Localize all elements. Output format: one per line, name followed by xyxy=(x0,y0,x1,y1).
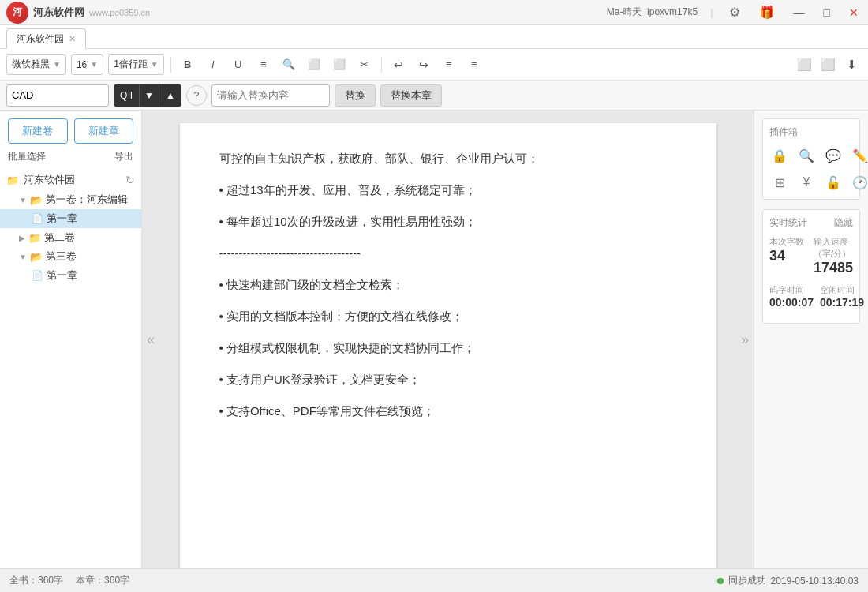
typing-time-cell: 码字时间 00:00:07 xyxy=(769,284,814,309)
view-icon-1[interactable]: ⬜ xyxy=(794,54,814,75)
sync-status: 同步成功 xyxy=(728,574,766,587)
line-height-select[interactable]: 1倍行距 ▼ xyxy=(108,54,164,75)
plugin-edit-icon[interactable]: ✏️ xyxy=(850,145,868,166)
paragraph-7: • 分组模式权限机制，实现快捷的文档协同工作； xyxy=(219,336,677,360)
plugin-lock-icon[interactable]: 🔒 xyxy=(769,145,790,166)
export-button[interactable]: 导出 xyxy=(114,150,133,163)
nav-right-button[interactable]: » xyxy=(741,332,749,348)
tree-root-label: 河东软件园 xyxy=(24,173,75,187)
font-family-select[interactable]: 微软雅黑 ▼ xyxy=(6,54,66,75)
folder-icon: 📂 xyxy=(30,251,43,263)
tree-root-hedong[interactable]: 📁 河东软件园 ↻ xyxy=(0,170,141,190)
chapter-words: 本章：360字 xyxy=(76,574,129,587)
user-info: Ma-晴天_ipoxvm17k5 xyxy=(607,6,698,19)
toolbar-separator-2 xyxy=(381,57,382,73)
bold-button[interactable]: B xyxy=(178,54,198,75)
titlebar-right: Ma-晴天_ipoxvm17k5 | ⚙ 🎁 — □ ✕ xyxy=(607,5,862,20)
download-button[interactable]: ⬇ xyxy=(841,54,862,75)
insert-box-button[interactable]: ⬜ xyxy=(304,54,324,75)
stats-row-2: 码字时间 00:00:07 空闲时间 00:17:19 xyxy=(769,284,853,309)
minimize-button[interactable]: — xyxy=(791,6,808,19)
batch-select-button[interactable]: 批量选择 xyxy=(8,150,46,163)
hide-stats-button[interactable]: 隐藏 xyxy=(834,216,853,230)
italic-button[interactable]: I xyxy=(203,54,223,75)
search-input[interactable] xyxy=(6,84,109,107)
plugin-clock-icon[interactable]: 🕐 xyxy=(850,172,868,193)
paragraph-6: • 实用的文档版本控制；方便的文档在线修改； xyxy=(219,305,677,328)
input-speed-value: 17485 xyxy=(814,260,853,276)
strikethrough-button[interactable]: ≡ xyxy=(253,54,274,75)
search-dropdown-button[interactable]: ▼ xyxy=(140,84,159,107)
plugin-search-icon[interactable]: 🔍 xyxy=(796,145,817,166)
sidebar-buttons: 新建卷 新建章 xyxy=(0,111,141,150)
paragraph-1: 可控的自主知识产权，获政府、部队、银行、企业用户认可； xyxy=(219,147,677,170)
replace-button[interactable]: 替换 xyxy=(335,84,376,107)
font-size-select[interactable]: 16 ▼ xyxy=(71,54,103,75)
paragraph-3: • 每年超过10次的升级改进，实用性易用性强劲； xyxy=(219,210,677,234)
undo-button[interactable]: ↩ xyxy=(388,54,409,75)
tab-close-icon[interactable]: ✕ xyxy=(69,34,76,44)
tree-volume-3[interactable]: ▼ 📂 第三卷 xyxy=(0,247,141,266)
cut-button[interactable]: ✂ xyxy=(354,54,375,75)
chevron-down-icon-v3: ▼ xyxy=(19,253,27,261)
search-button[interactable]: 🔍 xyxy=(279,54,299,75)
word-count-cell: 本次字数 34 xyxy=(769,236,807,276)
total-words: 全书：360字 xyxy=(9,574,63,587)
tree-volume-1[interactable]: ▼ 📂 第一卷：河东编辑 xyxy=(0,190,141,209)
tabbar: 河东软件园 ✕ xyxy=(0,25,868,49)
stats-header: 实时统计 隐藏 xyxy=(769,216,853,230)
redo-button[interactable]: ↪ xyxy=(413,54,434,75)
view-icon-2[interactable]: ⬜ xyxy=(817,54,838,75)
right-panel: 插件箱 🔒 🔍 💬 ✏️ ⊞ ¥ 🔓 🕐 实时统计 隐藏 本次字数 34 xyxy=(754,111,868,568)
tree-chapter-1-vol3[interactable]: 📄 第一章 xyxy=(0,266,141,285)
settings-icon[interactable]: ⚙ xyxy=(726,5,743,20)
plugin-chat-icon[interactable]: 💬 xyxy=(823,145,844,166)
idle-time-cell: 空闲时间 00:17:19 xyxy=(820,284,864,309)
font-family-arrow: ▼ xyxy=(53,60,61,69)
tab-hedong[interactable]: 河东软件园 ✕ xyxy=(6,28,86,49)
doc-icon-v3: 📄 xyxy=(32,270,43,281)
plugin-icons: 🔒 🔍 💬 ✏️ ⊞ ¥ 🔓 🕐 xyxy=(769,145,853,193)
refresh-icon[interactable]: ↻ xyxy=(125,174,135,186)
stats-box: 实时统计 隐藏 本次字数 34 输入速度（字/分） 17485 码字时间 00:… xyxy=(762,209,860,324)
tab-label: 河东软件园 xyxy=(17,32,64,46)
plugin-box: 插件箱 🔒 🔍 💬 ✏️ ⊞ ¥ 🔓 🕐 xyxy=(762,118,860,200)
app-logo: 河 xyxy=(6,2,28,24)
nav-left-button[interactable]: « xyxy=(147,332,155,348)
plugin-unlock-icon[interactable]: 🔓 xyxy=(823,172,844,193)
watermark: www.pc0359.cn xyxy=(89,8,150,17)
tree-volume-1-label: 第一卷：河东编辑 xyxy=(46,193,128,207)
help-button[interactable]: ? xyxy=(186,85,207,106)
toolbar-separator-1 xyxy=(170,57,171,73)
sync-status-area: 同步成功 2019-05-10 13:40:03 xyxy=(717,574,859,587)
new-chapter-button[interactable]: 新建章 xyxy=(74,118,134,144)
document-page[interactable]: 可控的自主知识产权，获政府、部队、银行、企业用户认可； • 超过13年的开发、应… xyxy=(180,123,716,568)
list-button[interactable]: ≡ xyxy=(439,54,459,75)
folder-icon: 📁 xyxy=(28,232,41,244)
replace-chapter-button[interactable]: 替换本章 xyxy=(380,84,442,107)
toolbar-right-icons: ⬜ ⬜ ⬇ xyxy=(794,54,862,75)
insert-table-button[interactable]: ⬜ xyxy=(329,54,350,75)
underline-button[interactable]: U xyxy=(228,54,249,75)
doc-icon: 📄 xyxy=(32,213,43,224)
outdent-button[interactable]: ≡ xyxy=(464,54,485,75)
plugin-table-icon[interactable]: ⊞ xyxy=(769,172,790,193)
search-up-button[interactable]: ▲ xyxy=(159,84,181,107)
plugin-money-icon[interactable]: ¥ xyxy=(796,172,817,193)
search-execute-button[interactable]: Q I xyxy=(114,84,140,107)
sync-datetime: 2019-05-10 13:40:03 xyxy=(771,575,859,586)
stats-title: 实时统计 xyxy=(769,216,807,230)
input-speed-label: 输入速度（字/分） xyxy=(814,236,853,260)
search-controls: Q I ▼ ▲ xyxy=(114,84,181,107)
tree-chapter-1-vol1[interactable]: 📄 第一章 xyxy=(0,209,141,228)
replace-input[interactable] xyxy=(211,84,330,107)
paragraph-8: • 支持用户UK登录验证，文档更安全； xyxy=(219,368,677,392)
close-button[interactable]: ✕ xyxy=(846,6,862,19)
gift-icon[interactable]: 🎁 xyxy=(756,5,778,20)
searchbar: Q I ▼ ▲ ? 替换 替换本章 xyxy=(0,81,868,111)
main-area: 新建卷 新建章 批量选择 导出 📁 河东软件园 ↻ ▼ 📂 第一卷：河东编辑 📄 xyxy=(0,111,868,568)
word-count-label: 本次字数 xyxy=(769,236,807,248)
new-volume-button[interactable]: 新建卷 xyxy=(8,118,68,144)
maximize-button[interactable]: □ xyxy=(821,6,833,19)
tree-volume-2[interactable]: ▶ 📁 第二卷 xyxy=(0,228,141,247)
